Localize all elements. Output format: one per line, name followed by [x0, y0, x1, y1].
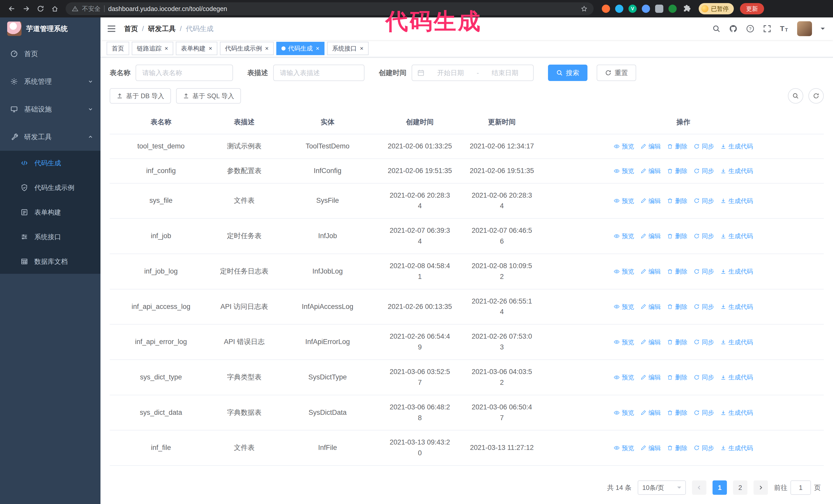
page-button-1[interactable]: 1	[713, 480, 727, 495]
sync-link[interactable]: 同步	[694, 443, 714, 453]
generate-code-link[interactable]: 生成代码	[720, 302, 753, 311]
edit-link[interactable]: 编辑	[640, 408, 661, 417]
sync-link[interactable]: 同步	[694, 337, 714, 347]
search-button[interactable]: 搜索	[548, 65, 588, 81]
delete-link[interactable]: 删除	[667, 166, 687, 175]
page-button-2[interactable]: 2	[733, 480, 747, 495]
fox-extension-icon[interactable]	[602, 5, 610, 13]
generate-code-link[interactable]: 生成代码	[720, 443, 753, 453]
sync-link[interactable]: 同步	[694, 231, 714, 241]
preview-link[interactable]: 预览	[614, 302, 634, 311]
contacts-extension-icon[interactable]	[642, 5, 650, 13]
sync-link[interactable]: 同步	[694, 373, 714, 382]
extensions-puzzle-icon[interactable]	[682, 4, 690, 13]
home-icon[interactable]	[48, 2, 62, 16]
import-db-button[interactable]: 基于 DB 导入	[110, 88, 171, 103]
generate-code-link[interactable]: 生成代码	[720, 408, 753, 417]
tab-close-icon[interactable]: ×	[316, 45, 319, 51]
font-size-icon[interactable]: TT	[780, 25, 788, 33]
delete-link[interactable]: 删除	[667, 337, 687, 347]
paused-badge[interactable]: 已暂停	[699, 3, 734, 14]
sidebar-item-infrastructure[interactable]: 基础设施	[0, 95, 100, 123]
preview-link[interactable]: 预览	[614, 337, 634, 347]
user-menu-caret-icon[interactable]	[821, 28, 825, 32]
check-extension-icon[interactable]: V	[628, 5, 637, 13]
sidebar-item-system[interactable]: 系统管理	[0, 68, 100, 95]
back-icon[interactable]	[5, 2, 19, 16]
sprout-extension-icon[interactable]	[668, 5, 677, 13]
table-desc-input[interactable]	[273, 65, 364, 81]
sidebar-item-system-api[interactable]: 系统接口	[0, 224, 100, 249]
sidebar-item-codegen-example[interactable]: 代码生成示例	[0, 175, 100, 200]
preview-link[interactable]: 预览	[614, 408, 634, 417]
edit-link[interactable]: 编辑	[640, 267, 661, 276]
delete-link[interactable]: 删除	[667, 302, 687, 311]
tab-home[interactable]: 首页	[106, 42, 129, 55]
table-name-input[interactable]	[136, 65, 233, 81]
tab-trace[interactable]: 链路追踪×	[132, 42, 173, 55]
delete-link[interactable]: 删除	[667, 196, 687, 206]
delete-link[interactable]: 删除	[667, 443, 687, 453]
edit-link[interactable]: 编辑	[640, 142, 661, 151]
date-range-picker[interactable]: 开始日期 - 结束日期	[412, 65, 533, 81]
page-size-select[interactable]: 10条/页	[638, 480, 686, 495]
fullscreen-icon[interactable]	[763, 25, 771, 33]
import-sql-button[interactable]: 基于 SQL 导入	[176, 88, 241, 103]
preview-link[interactable]: 预览	[614, 267, 634, 276]
hamburger-icon[interactable]	[106, 24, 116, 33]
generate-code-link[interactable]: 生成代码	[720, 166, 753, 175]
goto-page-input[interactable]	[790, 480, 811, 495]
next-page-button[interactable]	[754, 480, 768, 495]
generate-code-link[interactable]: 生成代码	[720, 373, 753, 382]
breadcrumb-home[interactable]: 首页	[124, 24, 138, 33]
edit-link[interactable]: 编辑	[640, 166, 661, 175]
preview-link[interactable]: 预览	[614, 443, 634, 453]
tab-close-icon[interactable]: ×	[265, 45, 269, 51]
edit-link[interactable]: 编辑	[640, 373, 661, 382]
generate-code-link[interactable]: 生成代码	[720, 231, 753, 241]
delete-link[interactable]: 删除	[667, 408, 687, 417]
tab-codegen-example[interactable]: 代码生成示例×	[220, 42, 274, 55]
update-button[interactable]: 更新	[740, 3, 764, 14]
delete-link[interactable]: 删除	[667, 267, 687, 276]
reload-icon[interactable]	[34, 2, 47, 16]
generate-code-link[interactable]: 生成代码	[720, 196, 753, 206]
delete-link[interactable]: 删除	[667, 373, 687, 382]
edit-link[interactable]: 编辑	[640, 231, 661, 241]
prev-page-button[interactable]	[692, 480, 706, 495]
sync-link[interactable]: 同步	[694, 142, 714, 151]
sync-link[interactable]: 同步	[694, 267, 714, 276]
search-icon[interactable]	[712, 25, 720, 33]
url-text[interactable]: dashboard.yudao.iocoder.cn/tool/codegen	[108, 5, 227, 13]
sidebar-item-home[interactable]: 首页	[0, 40, 100, 68]
drop-extension-icon[interactable]	[615, 5, 623, 13]
tab-close-icon[interactable]: ×	[165, 45, 168, 51]
toggle-search-button[interactable]	[788, 88, 803, 103]
delete-link[interactable]: 删除	[667, 142, 687, 151]
tab-codegen[interactable]: 代码生成×	[276, 42, 325, 55]
sidebar-item-dev-tools[interactable]: 研发工具	[0, 123, 100, 151]
reset-button[interactable]: 重置	[597, 65, 636, 81]
preview-link[interactable]: 预览	[614, 373, 634, 382]
sidebar-item-db-doc[interactable]: 数据库文档	[0, 249, 100, 274]
breadcrumb-dev-tools[interactable]: 研发工具	[148, 24, 176, 33]
tab-form-builder[interactable]: 表单构建×	[176, 42, 217, 55]
screenshot-extension-icon[interactable]	[655, 5, 663, 13]
preview-link[interactable]: 预览	[614, 196, 634, 206]
bookmark-star-icon[interactable]	[581, 5, 588, 12]
sync-link[interactable]: 同步	[694, 196, 714, 206]
edit-link[interactable]: 编辑	[640, 443, 661, 453]
app-logo[interactable]: 芋道管理系统	[0, 18, 100, 40]
generate-code-link[interactable]: 生成代码	[720, 142, 753, 151]
edit-link[interactable]: 编辑	[640, 302, 661, 311]
github-icon[interactable]	[729, 25, 737, 33]
preview-link[interactable]: 预览	[614, 231, 634, 241]
preview-link[interactable]: 预览	[614, 166, 634, 175]
preview-link[interactable]: 预览	[614, 142, 634, 151]
address-bar[interactable]: 不安全 dashboard.yudao.iocoder.cn/tool/code…	[66, 2, 594, 15]
sync-link[interactable]: 同步	[694, 166, 714, 175]
forward-icon[interactable]	[20, 2, 33, 16]
sync-link[interactable]: 同步	[694, 302, 714, 311]
tab-system-api[interactable]: 系统接口×	[327, 42, 368, 55]
generate-code-link[interactable]: 生成代码	[720, 267, 753, 276]
